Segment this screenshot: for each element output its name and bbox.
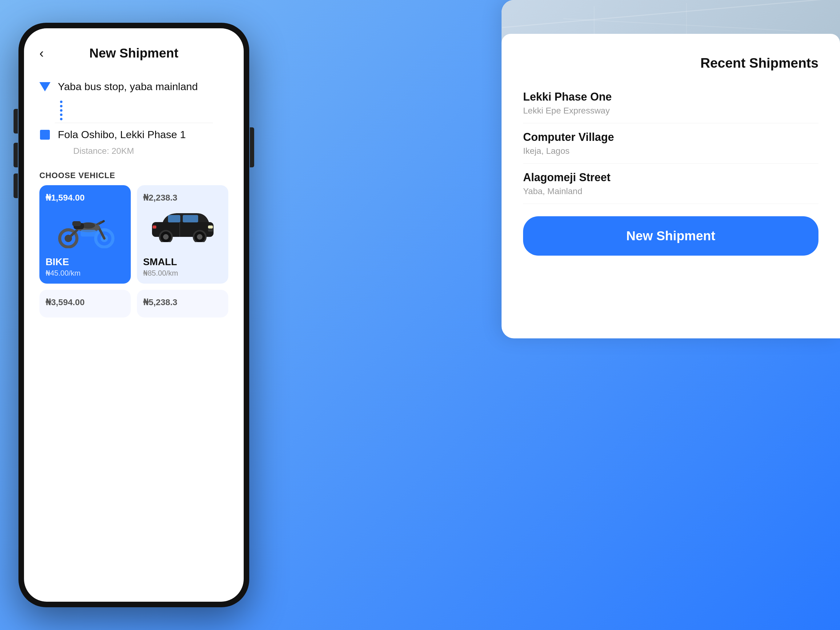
to-address[interactable]: Fola Oshibo, Lekki Phase 1 [58,129,186,141]
shipment-sub-2: Yaba, Mainland [523,186,818,196]
right-panel: Recent Shipments Lekki Phase One Lekki E… [502,0,840,338]
small-rate: ₦85.00/km [143,269,178,278]
location-triangle-icon [39,82,51,92]
to-icon-col [39,130,51,140]
svg-rect-23 [208,229,213,232]
from-address[interactable]: Yaba bus stop, yaba mainland [58,81,198,93]
small-image [149,208,216,242]
small-image-wrap [143,208,222,252]
shipment-name-0: Lekki Phase One [523,90,818,103]
vehicles-grid: ₦1,594.00 [24,185,244,284]
bike-price: ₦1,594.00 [46,193,85,203]
shipment-item-1[interactable]: Computer Village Ikeja, Lagos [523,123,818,164]
phone-mockup: ‹ New Shipment Yaba bus stop, yaba mainl… [19,23,249,607]
dot5 [60,118,62,120]
svg-rect-24 [153,226,156,229]
to-address-group: Fola Oshibo, Lekki Phase 1 [58,129,186,141]
dot3 [60,109,62,112]
phone-screen: ‹ New Shipment Yaba bus stop, yaba mainl… [24,28,244,602]
shipment-item-0[interactable]: Lekki Phase One Lekki Epe Expressway [523,83,818,123]
screen-header: ‹ New Shipment [24,28,244,66]
shipment-name-1: Computer Village [523,131,818,144]
vehicle-card-bottom-0[interactable]: ₦3,594.00 [39,290,131,317]
route-from-row: Yaba bus stop, yaba mainland [39,75,228,98]
dot4 [60,114,62,116]
svg-rect-11 [72,221,81,226]
svg-point-19 [163,234,169,240]
svg-point-21 [197,234,202,240]
route-connector [39,98,228,123]
page-title: New Shipment [89,46,178,61]
bike-image [51,208,119,248]
route-to-row: Fola Oshibo, Lekki Phase 1 [39,123,228,146]
shipment-item-2[interactable]: Alagomeji Street Yaba, Mainland [523,164,818,204]
vehicle-card-bottom-1[interactable]: ₦5,238.3 [137,290,228,317]
distance-label: Distance: 20KM [39,146,228,159]
bike-image-wrap [46,208,125,252]
dot1 [60,101,62,103]
svg-rect-16 [168,215,180,223]
destination-square-icon [40,130,50,140]
svg-rect-22 [208,226,213,229]
choose-vehicle-label: CHOOSE VEHICLE [24,162,244,185]
phone-shell: ‹ New Shipment Yaba bus stop, yaba mainl… [19,23,249,607]
svg-rect-17 [183,215,198,223]
shipment-sub-0: Lekki Epe Expressway [523,106,818,116]
from-icon-col [39,82,51,92]
bottom-price-1: ₦5,238.3 [143,297,177,307]
back-button[interactable]: ‹ [39,47,44,60]
shipment-sub-1: Ikeja, Lagos [523,146,818,156]
small-price: ₦2,238.3 [143,193,177,203]
dot2 [60,105,62,107]
svg-rect-14 [81,230,96,237]
vehicle-card-bike[interactable]: ₦1,594.00 [39,185,131,284]
panel-title: Recent Shipments [523,55,818,71]
vehicle-card-small[interactable]: ₦2,238.3 [137,185,228,284]
panel-content: Recent Shipments Lekki Phase One Lekki E… [502,43,840,338]
bike-name: BIKE [46,256,69,268]
dots-line [60,98,62,123]
map-area [502,0,840,43]
vehicles-grid-bottom: ₦3,594.00 ₦5,238.3 [24,284,244,317]
shipment-name-2: Alagomeji Street [523,171,818,184]
bike-rate: ₦45.00/km [46,269,81,278]
small-name: SMALL [143,256,177,268]
bottom-price-0: ₦3,594.00 [46,297,85,307]
route-section: Yaba bus stop, yaba mainland [24,66,244,162]
new-shipment-button[interactable]: New Shipment [523,216,818,256]
